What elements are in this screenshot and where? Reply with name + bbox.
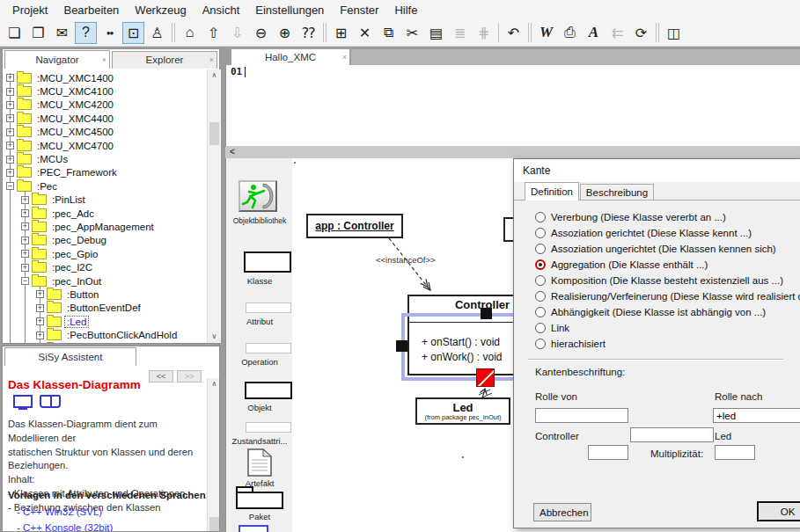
edge-endpoint-handle[interactable]	[476, 368, 495, 387]
expand-icon[interactable]	[6, 101, 14, 109]
tab-hallo-xmc[interactable]: Hallo_XMC ×	[231, 48, 350, 65]
tree-item[interactable]: :MCUs	[4, 152, 207, 165]
tool-zustandsattribut[interactable]	[246, 422, 291, 433]
navigator-scrollbar[interactable]: ∧ ∨	[207, 69, 221, 343]
expand-icon[interactable]	[36, 317, 44, 325]
radio-icon[interactable]	[535, 307, 546, 317]
tree-item[interactable]: :ButtonEventDef	[4, 302, 207, 315]
radio-link[interactable]: Link	[535, 321, 569, 335]
menu-item[interactable]: Fenster	[333, 2, 385, 18]
expand-icon[interactable]	[6, 74, 14, 82]
tab-definition[interactable]: Definition	[525, 182, 579, 200]
undo-icon[interactable]: ↶	[503, 22, 525, 44]
expand-icon[interactable]	[21, 196, 29, 204]
radio-komposition[interactable]: Komposition (Die Klasse besteht existenz…	[535, 273, 783, 288]
expand-icon[interactable]	[36, 332, 44, 339]
mult-nach-input[interactable]	[715, 445, 755, 460]
menu-item[interactable]: Werkzeug	[128, 2, 193, 18]
menu-item[interactable]: Bearbeiten	[56, 2, 126, 18]
navigate-down-icon[interactable]: ⇩	[226, 22, 248, 44]
expand-icon[interactable]	[21, 237, 29, 244]
assistant-scrollbar[interactable]: ∧	[207, 378, 220, 532]
tool-klasse[interactable]	[244, 251, 291, 273]
window-view-icon[interactable]: ⊡	[122, 22, 144, 44]
print-icon[interactable]: ⎙	[559, 22, 581, 44]
menu-item[interactable]: Einstellungen	[248, 2, 331, 18]
expand-icon[interactable]	[6, 142, 14, 149]
radio-icon[interactable]	[535, 259, 546, 270]
radio-icon[interactable]	[535, 244, 546, 254]
radio-aggregation[interactable]: Aggregation (Die Klasse enthält ...)	[535, 258, 708, 272]
tool-paket[interactable]	[236, 492, 283, 509]
monitor-icon[interactable]	[13, 395, 33, 408]
close-icon[interactable]: ×	[209, 52, 214, 69]
tree-item[interactable]: :Button	[4, 288, 207, 301]
tree-item[interactable]: :PecLed	[4, 342, 207, 343]
radio-realisierung[interactable]: Realisierung/Verfeinerung (Diese Klasse …	[535, 289, 800, 303]
radio-vererbung[interactable]: Vererbung (Diese Klasse vererbt an ...)	[535, 210, 726, 224]
expand-icon[interactable]	[6, 128, 14, 136]
tree-item[interactable]: :pec_InOut	[4, 274, 207, 288]
home-icon[interactable]: ⌂	[179, 22, 201, 44]
help-icon[interactable]: ?	[75, 22, 97, 44]
scroll-down-icon[interactable]: ∨	[208, 331, 221, 343]
scrollbar-thumb[interactable]	[209, 517, 219, 531]
close-icon[interactable]: ×	[102, 51, 106, 69]
selection-handle[interactable]	[396, 340, 407, 352]
expand-icon[interactable]	[36, 290, 44, 298]
tree-item[interactable]: :MCU_XMC1400	[4, 71, 207, 84]
copy-icon[interactable]: ⧉	[378, 22, 400, 44]
expand-icon[interactable]	[21, 222, 29, 230]
tree-item[interactable]: :MCU_XMC4700	[4, 139, 207, 152]
mail-icon[interactable]: ✉	[51, 22, 73, 44]
radio-icon[interactable]	[535, 228, 546, 238]
tree-item[interactable]: :pec_AppManagement	[4, 220, 207, 233]
expand-icon[interactable]	[6, 88, 14, 96]
tree-item[interactable]: :Led	[4, 315, 207, 328]
scrollbar-thumb[interactable]	[209, 122, 219, 145]
scroll-up-icon[interactable]: ∧	[208, 378, 220, 390]
context-help-icon[interactable]: ⁇	[297, 22, 319, 44]
zoom-in-icon[interactable]: ⊕	[274, 22, 296, 44]
radio-icon[interactable]	[535, 339, 546, 349]
book-icon[interactable]	[40, 395, 61, 408]
objektbibliothek-button[interactable]	[239, 180, 277, 212]
link-cpp-win32[interactable]: - C++ Win32 (SVL)	[17, 506, 102, 517]
tree-item[interactable]: :PEC_Framework	[4, 166, 207, 179]
led-class-box[interactable]: Led (from package pec_InOut)	[415, 397, 510, 425]
expand-icon[interactable]	[6, 169, 14, 177]
tree-item[interactable]: :MCU_XMC4200	[4, 98, 207, 112]
rolle-von-input[interactable]	[535, 408, 628, 423]
assistant-forward-button[interactable]: >>	[177, 370, 202, 383]
ok-button[interactable]: OK	[757, 501, 800, 521]
tree-item[interactable]: :MCU_XMC4100	[4, 84, 207, 98]
word-export-icon[interactable]: W	[535, 22, 557, 44]
edge-name-input[interactable]	[630, 427, 714, 442]
tree-item[interactable]: :pec_Debug	[4, 234, 207, 247]
horizontal-scrollbar[interactable]: <	[225, 146, 800, 158]
close-icon[interactable]: ×	[342, 49, 347, 65]
instance-object-box[interactable]: app : Controller	[306, 214, 403, 238]
expand-icon[interactable]	[21, 264, 29, 272]
expand-icon[interactable]	[6, 114, 14, 122]
radio-icon[interactable]	[535, 275, 546, 286]
refresh-document-icon[interactable]: ⟳	[630, 22, 652, 44]
cut-icon[interactable]: ✂	[401, 22, 423, 44]
scroll-left-icon[interactable]: <	[230, 146, 235, 158]
menu-item[interactable]: Ansicht	[195, 2, 247, 18]
outline-list-icon[interactable]: ≣	[449, 22, 471, 44]
navigate-up-icon[interactable]: ⇧	[202, 22, 224, 44]
tab-beschreibung[interactable]: Beschreibung	[580, 184, 654, 200]
expand-icon[interactable]	[21, 209, 29, 217]
radio-abhaengigkeit[interactable]: Abhängigkeit (Diese Klasse ist abhängig …	[535, 305, 766, 319]
list-arrows-icon[interactable]: ⇇	[606, 22, 628, 44]
tree-item[interactable]: :pec_I2C	[4, 260, 207, 273]
tab-explorer[interactable]: Explorer ×	[112, 51, 217, 69]
link-cpp-konsole[interactable]: - C++ Konsole (32bit)	[17, 522, 113, 532]
new-document-icon[interactable]: ❏	[4, 22, 26, 44]
delete-icon[interactable]: ✕	[354, 22, 376, 44]
tree-item[interactable]: :pec_Adc	[4, 207, 207, 220]
open-folder-icon[interactable]: ❐	[27, 22, 49, 44]
expand-icon[interactable]	[21, 250, 29, 258]
tool-artefakt[interactable]	[247, 448, 272, 480]
